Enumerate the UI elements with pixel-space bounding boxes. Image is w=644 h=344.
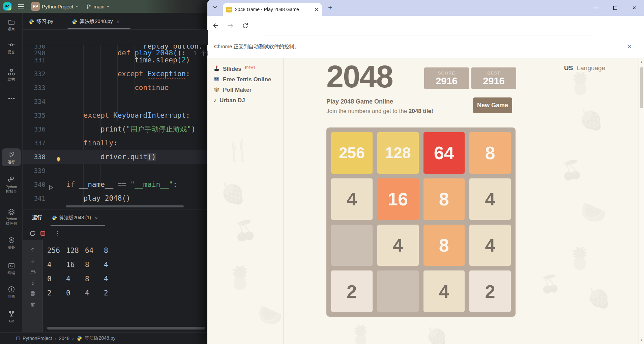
close-run-tab-icon[interactable]: × xyxy=(95,215,98,221)
new-tab-icon[interactable]: + xyxy=(328,3,332,12)
scroll-to-end-icon[interactable] xyxy=(30,280,36,287)
rail-item-label: 运行 xyxy=(2,160,21,164)
language-label: Language xyxy=(577,64,606,71)
close-tab-icon[interactable]: × xyxy=(116,19,119,24)
rail-item-commit[interactable]: 提交 xyxy=(0,41,23,54)
line-number: 339 xyxy=(23,164,46,178)
rerun-icon[interactable] xyxy=(29,230,36,237)
back-icon[interactable] xyxy=(212,22,219,29)
rail-item-project[interactable]: 项目 xyxy=(0,18,23,31)
code-line[interactable]: 336print("用户手动停止游戏") xyxy=(23,122,208,136)
editor-tab-2048[interactable]: 算法版2048.py × xyxy=(69,13,122,30)
rail-item-more[interactable] xyxy=(0,95,23,103)
breadcrumb-folder[interactable]: 2048 xyxy=(59,336,69,341)
fruit-watermark: 🍓 xyxy=(220,181,245,205)
rail-divider xyxy=(5,65,17,65)
rail-item-terminal[interactable]: 终端 xyxy=(0,262,23,275)
tab-search-icon[interactable] xyxy=(213,5,217,10)
editor-horizontal-scrollbar[interactable] xyxy=(66,205,184,207)
minimize-icon[interactable] xyxy=(588,0,603,16)
code-token: KeyboardInterrupt xyxy=(113,111,186,119)
code-token: print( xyxy=(100,125,126,133)
rail-item-python-packages[interactable]: Python 软件包 xyxy=(0,208,23,226)
chevron-down-icon xyxy=(107,5,110,7)
sidebar-link-free-tetris-online[interactable]: Free Tetris Online xyxy=(213,74,271,85)
rail-item-run[interactable]: 运行 xyxy=(2,148,21,166)
empty-cell xyxy=(331,225,373,266)
sidebar-link-sllides[interactable]: Sllides[new] xyxy=(213,64,271,74)
scrollbar-thumb[interactable] xyxy=(640,67,643,108)
close-infobar-icon[interactable]: × xyxy=(627,43,631,50)
scroll-up-icon[interactable]: ▲ xyxy=(640,60,643,64)
browser-tab[interactable]: 2048 2048 Game - Play 2048 Game ✕ xyxy=(223,3,322,16)
new-game-button[interactable]: New Game xyxy=(473,97,512,113)
sidebar-link-label: Sllides xyxy=(223,66,241,73)
pycharm-window: PC PP PythonProject main 项目提交结构运行Python xyxy=(0,0,208,344)
stop-icon[interactable] xyxy=(40,231,45,236)
code-editor[interactable]: 330replay_button.331time.sleep(2)332exce… xyxy=(23,30,208,209)
sidebar-link-urban-dj[interactable]: ♪Urban DJ xyxy=(213,95,271,106)
code-token: "用户手动停止游戏" xyxy=(126,125,191,133)
console-output[interactable]: 2561286484168404842042 xyxy=(47,243,123,300)
code-token: finally xyxy=(84,139,114,147)
scroll-down-icon[interactable] xyxy=(30,258,36,265)
rail-item-git[interactable]: Git xyxy=(0,310,23,323)
console-horizontal-scrollbar[interactable] xyxy=(47,327,205,329)
code-line[interactable]: 341play_2048() xyxy=(23,192,208,205)
pycharm-main: 练习.py 算法版2048.py × 330replay_button.331t… xyxy=(23,13,208,332)
code-token: : xyxy=(186,111,190,119)
code-line[interactable]: 340if __name__ == "__main__": xyxy=(23,178,208,192)
tile-16: 16 xyxy=(377,178,419,220)
breadcrumb-project[interactable]: PythonProject xyxy=(23,336,52,341)
code-token: () xyxy=(147,153,156,161)
status-bar: PythonProject › 2048 › 算法版2048.py xyxy=(0,332,208,344)
chrome-toolbar: 2048game.com ☆ ⋮⋮⋮ xyxy=(207,16,644,35)
usages-inlay-hint[interactable]: 1 个用法 xyxy=(193,50,208,57)
forward-icon[interactable] xyxy=(227,22,234,29)
code-token: play_2048() xyxy=(84,194,130,202)
sidebar-link-poll-maker[interactable]: Poll Maker xyxy=(213,85,271,95)
usages-inlay-hint[interactable] xyxy=(186,50,193,57)
code-token: ) xyxy=(191,125,196,133)
trash-icon[interactable] xyxy=(30,302,36,309)
chrome-tab-strip: 2048 2048 Game - Play 2048 Game ✕ + × xyxy=(207,0,644,16)
editor-tab-bar: 练习.py 算法版2048.py × xyxy=(23,13,208,30)
tile-4: 4 xyxy=(331,178,373,220)
rail-item-problems[interactable]: 问题 xyxy=(0,286,23,299)
code-line[interactable]: 335except KeyboardInterrupt: xyxy=(23,109,208,122)
run-console: 2561286484168404842042 xyxy=(23,240,208,332)
folder-icon xyxy=(0,18,23,26)
branch-widget[interactable]: main xyxy=(86,4,110,9)
code-line[interactable]: 338driver.quit() xyxy=(23,150,208,164)
code-line[interactable]: 334 xyxy=(23,95,208,109)
scroll-up-icon[interactable] xyxy=(30,247,36,254)
language-selector[interactable]: US Language xyxy=(564,64,605,72)
more-options-icon[interactable]: ⋮ xyxy=(55,232,60,235)
editor-tab-lianxi[interactable]: 练习.py xyxy=(26,13,56,30)
reload-icon[interactable] xyxy=(242,22,249,29)
main-menu-icon[interactable] xyxy=(18,4,24,8)
code-line[interactable]: 339 xyxy=(23,164,208,178)
scroll-down-icon[interactable]: ▼ xyxy=(640,339,643,342)
more-icon xyxy=(0,95,23,103)
python-file-icon xyxy=(52,215,57,221)
breadcrumb-file[interactable]: 算法版2048.py xyxy=(85,335,116,341)
rail-item-services[interactable]: 服务 xyxy=(0,236,23,250)
rail-item-python-console[interactable]: Python 控制台 xyxy=(0,176,23,194)
print-icon[interactable] xyxy=(30,291,36,298)
soft-wrap-icon[interactable] xyxy=(30,269,36,276)
code-line[interactable]: 337finally: xyxy=(23,136,208,150)
rail-item-structure[interactable]: 结构 xyxy=(0,68,23,82)
project-widget[interactable]: PP PythonProject xyxy=(31,2,78,11)
maximize-icon[interactable] xyxy=(607,0,623,16)
page-scrollbar[interactable]: ▲ ▼ xyxy=(639,58,644,344)
close-window-icon[interactable]: × xyxy=(626,0,642,16)
python-file-icon xyxy=(29,19,34,24)
tile-64: 64 xyxy=(423,132,465,174)
breadcrumb-separator: › xyxy=(55,336,56,341)
tile-4: 4 xyxy=(469,178,511,220)
toolbar-separator xyxy=(50,230,50,237)
run-config-tab[interactable]: 算法版2048 (1) × xyxy=(52,209,98,226)
sidebar-game-links: Sllides[new]Free Tetris OnlinePoll Maker… xyxy=(213,64,271,106)
close-tab-icon[interactable]: ✕ xyxy=(314,6,319,13)
